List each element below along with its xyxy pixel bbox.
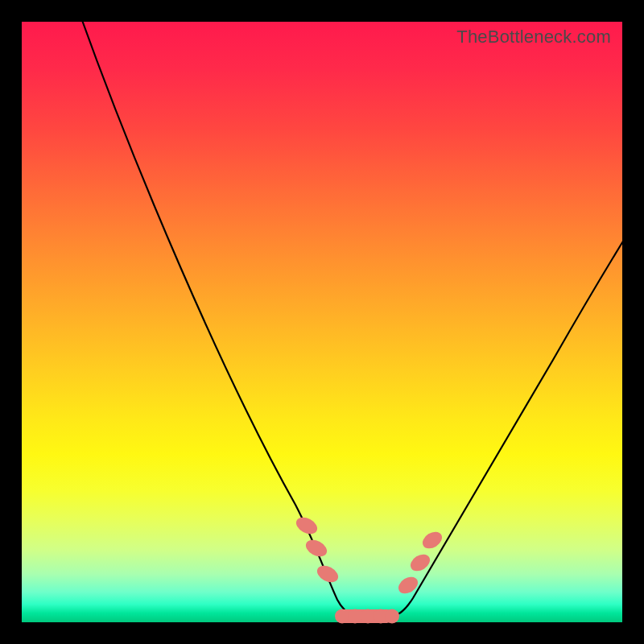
marker-dot	[303, 536, 329, 559]
bottleneck-curve	[22, 22, 622, 622]
marker-dot	[314, 562, 341, 585]
marker-group-left	[293, 514, 341, 585]
marker-dot	[348, 609, 362, 624]
marker-group-bottom	[335, 609, 399, 624]
marker-dot	[395, 573, 421, 597]
plot-area: TheBottleneck.com	[22, 22, 622, 622]
marker-dot	[335, 609, 349, 624]
chart-frame: TheBottleneck.com	[0, 0, 644, 644]
marker-dot	[385, 609, 399, 624]
marker-dot	[361, 609, 375, 624]
marker-dot	[293, 514, 320, 537]
marker-dot	[419, 528, 445, 551]
curve-path	[80, 14, 630, 617]
